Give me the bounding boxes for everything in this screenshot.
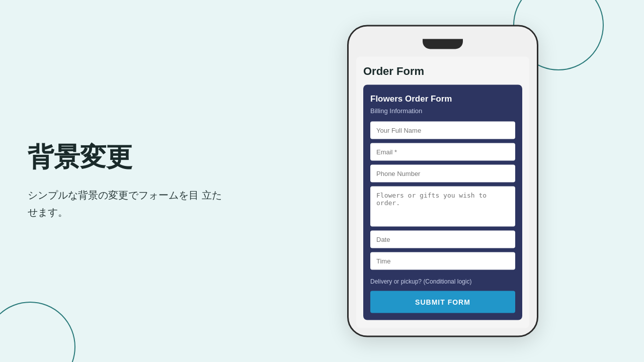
conditional-text: Delivery or pickup? (Conditional logic) xyxy=(370,278,515,285)
bg-circle-bottom-left xyxy=(0,302,75,362)
phone-notch xyxy=(423,39,463,49)
left-content: 背景変更 シンプルな背景の変更でフォームを目 立たせます。 xyxy=(28,141,229,221)
form-page-title: Order Form xyxy=(363,65,522,78)
form-card: Flowers Order Form Billing Information D… xyxy=(363,85,522,320)
email-input[interactable] xyxy=(370,143,515,161)
phone-notch-area xyxy=(356,37,529,52)
date-input[interactable] xyxy=(370,231,515,248)
form-card-subtitle: Billing Information xyxy=(370,107,515,115)
form-outer: Order Form Flowers Order Form Billing In… xyxy=(356,57,529,328)
time-input[interactable] xyxy=(370,252,515,270)
form-card-title: Flowers Order Form xyxy=(370,94,515,104)
phone-wrapper: Order Form Flowers Order Form Billing In… xyxy=(347,25,538,337)
full-name-input[interactable] xyxy=(370,122,515,139)
phone-input[interactable] xyxy=(370,165,515,183)
order-textarea[interactable] xyxy=(370,187,515,227)
main-title: 背景変更 xyxy=(28,141,229,172)
phone-mockup: Order Form Flowers Order Form Billing In… xyxy=(347,25,538,337)
submit-button[interactable]: SUBMIT FORM xyxy=(370,291,515,313)
description: シンプルな背景の変更でフォームを目 立たせます。 xyxy=(28,187,229,221)
